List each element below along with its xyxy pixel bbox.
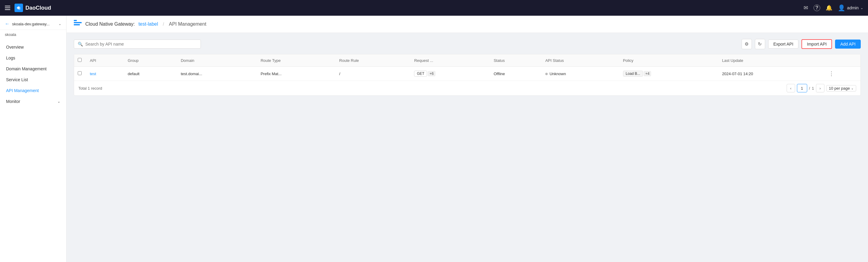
col-api: API bbox=[86, 54, 124, 67]
workspace-name: skoala-dev.gateway... bbox=[12, 22, 56, 26]
cell-group: default bbox=[124, 67, 177, 81]
search-icon: 🔍 bbox=[78, 42, 83, 46]
policy-tag: Load B... bbox=[623, 71, 643, 77]
export-api-button[interactable]: Export API bbox=[768, 40, 799, 48]
import-api-button[interactable]: Import API bbox=[802, 39, 832, 49]
cell-route-rule: / bbox=[336, 67, 411, 81]
prev-page-button[interactable]: ‹ bbox=[787, 84, 795, 92]
pagination: ‹ 1 / 1 › 10 per page ⌄ bbox=[787, 84, 856, 92]
cell-api-name[interactable]: test bbox=[86, 67, 124, 81]
search-input[interactable] bbox=[85, 42, 197, 46]
page-size-chevron-icon: ⌄ bbox=[851, 87, 854, 90]
sidebar-item-overview[interactable]: Overview bbox=[0, 42, 66, 52]
select-all-checkbox[interactable] bbox=[78, 58, 82, 62]
table-footer: Total 1 record ‹ 1 / 1 › 10 per page ⌄ bbox=[74, 81, 861, 96]
row-checkbox-cell bbox=[74, 67, 86, 81]
sidebar-item-logs[interactable]: Logs bbox=[0, 52, 66, 63]
sidebar: ← skoala-dev.gateway... ⌄ skoala Overvie… bbox=[0, 16, 66, 262]
policy-extra-tag: +4 bbox=[644, 71, 651, 76]
cell-domain: test.domai... bbox=[177, 67, 257, 81]
col-last-update: Last Update bbox=[718, 54, 825, 67]
col-api-status: API Status bbox=[542, 54, 619, 67]
back-icon[interactable]: ← bbox=[5, 21, 10, 27]
logo-text: DaoCloud bbox=[25, 5, 51, 11]
workspace-chevron-icon: ⌄ bbox=[58, 22, 61, 26]
page-header-icon bbox=[74, 20, 82, 28]
cell-api-status: Unknown bbox=[542, 67, 619, 81]
col-domain: Domain bbox=[177, 54, 257, 67]
svg-rect-3 bbox=[74, 24, 80, 25]
toolbar: 🔍 ⚙ ↻ Export API Import API Add API bbox=[74, 39, 861, 49]
current-page[interactable]: 1 bbox=[797, 84, 807, 92]
refresh-icon[interactable]: ↻ bbox=[755, 39, 765, 49]
page-title: API Management bbox=[169, 22, 206, 27]
api-status-dot bbox=[545, 73, 548, 75]
sidebar-item-monitor[interactable]: Monitor ⌄ bbox=[0, 96, 66, 107]
api-status-text: Unknown bbox=[550, 72, 566, 76]
workspace-selector[interactable]: ← skoala-dev.gateway... ⌄ bbox=[0, 18, 66, 30]
gateway-label: Cloud Native Gateway: bbox=[85, 22, 135, 27]
col-request: Request ... bbox=[410, 54, 490, 67]
col-actions bbox=[825, 54, 861, 67]
col-policy: Policy bbox=[619, 54, 719, 67]
cell-route-type: Prefix Mat... bbox=[257, 67, 336, 81]
select-all-header bbox=[74, 54, 86, 67]
col-group: Group bbox=[124, 54, 177, 67]
sidebar-item-service-list[interactable]: Service List bbox=[0, 74, 66, 85]
user-chevron-icon: ⌄ bbox=[861, 6, 863, 10]
col-route-type: Route Type bbox=[257, 54, 336, 67]
cell-last-update: 2024-07-01 14:20 bbox=[718, 67, 825, 81]
chat-icon[interactable]: ✉ bbox=[804, 4, 808, 11]
total-records: Total 1 record bbox=[78, 86, 787, 90]
gateway-name[interactable]: test-label bbox=[138, 22, 158, 27]
svg-rect-1 bbox=[74, 20, 77, 21]
notification-icon[interactable]: 🔔 bbox=[826, 4, 832, 11]
cell-policy: Load B...+4 bbox=[619, 67, 719, 81]
content-area: 🔍 ⚙ ↻ Export API Import API Add API bbox=[66, 33, 868, 262]
cell-status: Offline bbox=[490, 67, 542, 81]
cell-request-methods: GET+6 bbox=[410, 67, 490, 81]
breadcrumb-separator: / bbox=[163, 22, 164, 27]
sidebar-item-domain-management[interactable]: Domain Management bbox=[0, 63, 66, 74]
sidebar-item-api-management[interactable]: API Management bbox=[0, 85, 66, 96]
total-pages: 1 bbox=[812, 86, 814, 90]
col-route-rule: Route Rule bbox=[336, 54, 411, 67]
svg-rect-2 bbox=[74, 22, 82, 23]
row-checkbox[interactable] bbox=[78, 71, 82, 75]
monitor-chevron-icon: ⌄ bbox=[58, 100, 60, 104]
col-status: Status bbox=[490, 54, 542, 67]
top-navigation: DaoCloud ✉ ? 🔔 👤 admin ⌄ bbox=[0, 0, 868, 16]
table-row: test default test.domai... Prefix Mat...… bbox=[74, 67, 861, 81]
cell-actions: ⋮ bbox=[825, 67, 861, 81]
page-separator: / bbox=[809, 86, 810, 90]
api-table: API Group Domain Route Type Route Rule R… bbox=[74, 54, 861, 96]
page-size-selector[interactable]: 10 per page ⌄ bbox=[826, 85, 856, 91]
settings-icon[interactable]: ⚙ bbox=[742, 39, 752, 49]
help-icon[interactable]: ? bbox=[813, 4, 820, 11]
add-api-button[interactable]: Add API bbox=[835, 40, 861, 48]
page-header: Cloud Native Gateway: test-label / API M… bbox=[66, 16, 868, 33]
next-page-button[interactable]: › bbox=[816, 84, 825, 92]
logo: DaoCloud bbox=[14, 4, 51, 12]
row-more-icon[interactable]: ⋮ bbox=[829, 71, 834, 77]
menu-icon[interactable] bbox=[5, 6, 10, 10]
method-tag: GET bbox=[414, 71, 427, 77]
method-extra-tag: +6 bbox=[428, 71, 435, 76]
main-content: Cloud Native Gateway: test-label / API M… bbox=[66, 16, 868, 262]
page-size-label: 10 per page bbox=[829, 86, 850, 90]
search-box[interactable]: 🔍 bbox=[74, 40, 201, 48]
user-avatar-icon: 👤 bbox=[838, 4, 845, 11]
tenant-label: skoala bbox=[0, 30, 66, 39]
user-name: admin bbox=[847, 5, 859, 10]
user-menu[interactable]: 👤 admin ⌄ bbox=[838, 4, 863, 11]
sidebar-nav: Overview Logs Domain Management Service … bbox=[0, 42, 66, 107]
